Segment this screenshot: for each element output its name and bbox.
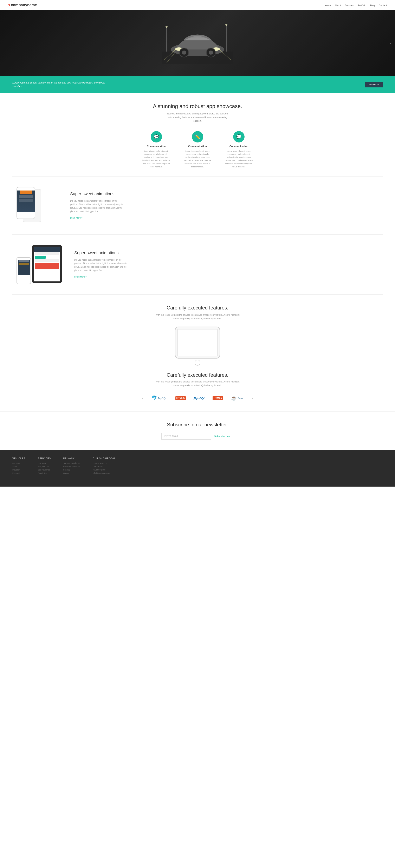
footer-col-privacy-list: Terms & Conditions Privacy Statements Si… [63,462,80,474]
footer-link-mclaren[interactable]: McLaren [12,469,20,471]
carefully-section-1: Carefully executed features. With this l… [0,294,395,368]
footer-link-cookie[interactable]: Cookie [63,472,69,474]
footer-col-vehicles-list: Corvette Aston McLaren Maserati [12,462,25,474]
showroom-about: Company About [93,462,115,464]
read-more-button[interactable]: Read More [365,82,383,87]
tech-carousel: ‹ 🐬 MySQL HTML5 jQuery HTML5 ☕ Java › [17,393,378,403]
app-showcase-subtext: Neue is the newest app landing page out … [167,112,228,123]
newsletter-email-input[interactable] [161,433,211,440]
nav-menu: Home About Services Portfolio Blog Conta… [325,3,387,7]
teal-banner: Lorem Ipsum is simply dummy text of the … [0,76,395,93]
feature-icon-1: ✏️ [192,131,203,143]
footer-link-privacy[interactable]: Privacy Statements [63,465,80,468]
features-row: 💬 Communication Lorem ipsum dolor sit am… [17,131,378,168]
nav-item-home[interactable]: Home [325,4,331,7]
footer-link-insurance[interactable]: Car Insurance [38,469,50,471]
footer-link-sitemap[interactable]: Sitemap [63,469,70,471]
tech-carousel-prev[interactable]: ‹ [142,396,143,400]
feature-desc-0: Lorem ipsum dolor sit amet, consecte tur… [142,150,171,168]
learn-more-link-2[interactable]: Learn More > [74,276,87,278]
html5-icon-2: HTML5 [213,396,223,400]
app-showcase-heading: A stunning and robust app showcase. [17,103,378,110]
tech-logo-mysql: 🐬 MySQL [151,396,167,401]
feature-title-0: Communication [142,145,171,148]
footer-link-buy[interactable]: Buy a Car [38,462,47,464]
footer-link-terms[interactable]: Terms & Conditions [63,462,80,464]
iphone-dot [220,342,220,343]
tech-section: Carefully executed features. With this l… [0,368,395,411]
anim-heading-2: Super-sweet animations. [74,250,378,255]
feature-item-1: ✏️ Communication Lorem ipsum dolor sit a… [183,131,212,168]
feature-desc-1: Lorem ipsum dolor sit amet, consecte tur… [183,150,212,168]
footer: VEHICLES Corvette Aston McLaren Maserati… [0,450,395,487]
tech-logo-html5-2: HTML5 [213,396,223,400]
brand-heart: ♥ [8,3,10,7]
mysql-icon: 🐬 [151,396,157,401]
footer-col-services-list: Buy a Car Sell your Car Car Insurance Re… [38,462,51,474]
tech-logo-jquery: jQuery [194,396,204,400]
footer-col-services: SERVICES Buy a Car Sell your Car Car Ins… [38,457,51,475]
phone-small [17,257,31,284]
newsletter-form: Subscribe now [17,433,378,440]
footer-link-repair[interactable]: Repair Car [38,472,47,474]
footer-columns: VEHICLES Corvette Aston McLaren Maserati… [12,457,383,475]
footer-col-privacy: PRIVACY Terms & Conditions Privacy State… [63,457,80,475]
newsletter-heading: Subscribe to our newsletter. [17,422,378,428]
svg-point-8 [182,51,186,55]
footer-col-vehicles: VEHICLES Corvette Aston McLaren Maserati [12,457,25,475]
subscribe-button[interactable]: Subscribe now [211,433,234,440]
feature-icon-0: 💬 [151,131,162,143]
showroom-tel: Tel. 0987 2765 [93,469,115,471]
anim-text-1: Super-sweet animations. Did you notice t… [70,191,378,219]
carefully-desc-1: With this loupe you get the chance to st… [152,313,243,320]
brand-name-bold: name [27,3,37,7]
iphone-mockup [175,327,220,362]
feature-title-2: Communication [224,145,253,148]
jquery-label: jQuery [194,396,204,400]
app-showcase-section: A stunning and robust app showcase. Neue… [0,93,395,177]
phone-small-screen [18,260,30,275]
footer-col-privacy-title: PRIVACY [63,457,80,460]
teal-banner-text: Lorem Ipsum is simply dummy text of the … [12,81,116,88]
tablet-screen-item-green [35,256,46,259]
hero-section: › [0,10,395,76]
iphone-home-btn [195,360,200,366]
tech-carousel-next[interactable]: › [252,396,253,400]
feature-item-0: 💬 Communication Lorem ipsum dolor sit am… [142,131,171,168]
footer-col-showroom: OUR SHOWROOM Company About Our Street 1 … [93,457,115,475]
phone-front [17,187,35,219]
html5-icon-1: HTML5 [175,396,186,400]
footer-link-maserati[interactable]: Maserati [12,472,20,474]
iphone-screen [177,329,218,356]
newsletter-section: Subscribe to our newsletter. Subscribe n… [0,411,395,450]
phone-screen-bar3 [19,199,33,202]
footer-link-corvette[interactable]: Corvette [12,462,20,464]
footer-col-showroom-list: Company About Our Street 1 Tel. 0987 276… [93,462,115,474]
footer-col-vehicles-title: VEHICLES [12,457,25,460]
footer-link-sell[interactable]: Sell your Car [38,465,49,468]
feature-item-2: 💬 Communication Lorem ipsum dolor sit am… [224,131,253,168]
hero-car-svg [162,23,233,64]
svg-point-12 [225,24,227,26]
anim-text-2: Super-sweet animations. Did you notice t… [74,250,378,278]
tablet-screen [34,247,60,281]
anim-desc-2: Did you notice the animations? Those tri… [74,258,128,272]
phone-screen-bar [20,190,32,194]
nav-item-about[interactable]: About [335,4,341,7]
hero-next-arrow[interactable]: › [389,41,391,46]
nav-item-services[interactable]: Services [345,4,354,7]
nav-item-blog[interactable]: Blog [370,4,375,7]
nav-item-portfolio[interactable]: Portfolio [358,4,366,7]
brand-logo[interactable]: ♥companyname [8,3,37,7]
nav-item-contact[interactable]: Contact [379,4,387,7]
java-label: Java [238,397,243,400]
phones-mockup-1 [17,187,58,224]
svg-point-10 [209,51,213,55]
carefully-heading-2: Carefully executed features. [17,372,378,378]
footer-link-aston[interactable]: Aston [12,465,17,468]
feature-title-1: Communication [183,145,212,148]
anim-desc-1: Did you notice the animations? Those tri… [70,199,124,213]
svg-point-14 [166,26,168,28]
learn-more-link-1[interactable]: Learn More > [70,217,83,219]
tablet-shape [32,245,62,283]
